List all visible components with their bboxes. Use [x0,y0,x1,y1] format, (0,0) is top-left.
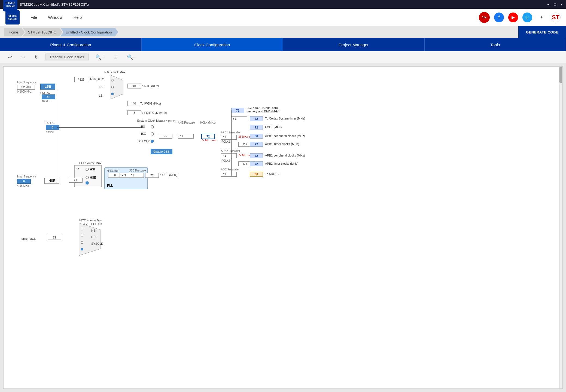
hclk-label: HCLK (MHz) [200,121,216,124]
lsi-value-box[interactable]: 40 [42,94,55,99]
pclk2-value: 72 [250,153,263,158]
cortex-div-select[interactable]: / 1 / 8 [231,116,247,121]
maximize-btn[interactable]: □ [554,2,556,7]
hse-vert-line [58,91,58,180]
resolve-clock-issues-button[interactable]: Resolve Clock Issues [45,53,89,61]
title-bar: STM32 CubeMX STM32CubeMX Untitled*: STM3… [0,0,566,9]
adc-prescaler-label: ADC Prescaler [221,168,239,171]
zoom-in-button[interactable]: 🔍+ [93,53,107,62]
scrollbar-right[interactable] [559,67,562,388]
pll-hse-label: HSE [90,176,96,179]
svg-point-7 [81,241,83,244]
breadcrumb-project[interactable]: Untitled - Clock Configuration [60,28,118,36]
hsi-mux-label: HSI [140,125,145,128]
hclk-vert-line [231,110,232,176]
usb-value: 72 [145,173,159,178]
flitf-to-mhz-label: To FLITFCLK (MHz) [140,111,167,114]
hclk-value-box[interactable]: 72 [201,134,215,139]
apb1-prescaler-select[interactable]: / 2 / 4 / 8 / 16 [221,135,237,140]
project-label: Untitled - Clock Configuration [66,30,112,34]
twitter-icon[interactable]: 🐦 [522,13,532,22]
svg-point-1 [111,79,114,81]
network-icon[interactable]: ✦ [537,13,546,22]
redo-button[interactable]: ↪ [19,53,28,62]
main-content: RTC Clock Mux / 128 HSE_RTC LSE LSI 40 T… [0,63,566,392]
generate-code-button[interactable]: GENERATE CODE [518,26,566,38]
minimize-btn[interactable]: − [547,2,549,7]
pllclk-radio[interactable] [151,140,154,143]
fclk-value: 72 [250,125,263,130]
zoom-out-button[interactable]: 🔍− [124,53,138,62]
tab-clock[interactable]: Clock Configuration [142,38,283,51]
apb2-prescaler-label: APB2 Prescaler [221,149,240,152]
apb2-prescaler-select[interactable]: / 1 / 2 / 4 [221,153,237,158]
hse-radio[interactable] [151,132,154,136]
usb-prescaler-select[interactable]: / 1 / 1.5 [129,173,144,178]
pllclk-mux-label: PLLCLK [139,140,150,143]
close-btn[interactable]: × [561,2,563,7]
usb-prescaler-label: USB Prescaler [129,169,147,172]
adc-prescaler-select[interactable]: / 2 / 4 / 6 / 8 [221,172,237,177]
pll-hsi-label: HSI [90,168,95,171]
device-label: STM32F103C8Tx [28,30,56,34]
window-controls[interactable]: − □ × [547,2,563,7]
toolbar: ↩ ↪ ↻ Resolve Clock Issues 🔍+ ⊡ 🔍− [0,51,566,63]
ahb-prescaler-label: AHB Prescaler [178,121,196,124]
input-freq1-box[interactable]: 32.768 [17,85,35,90]
facebook-icon[interactable]: f [494,13,504,22]
rtc-value-box[interactable]: 40 [127,84,141,88]
menu-file[interactable]: File [31,15,37,20]
tab-project-manager[interactable]: Project Manager [283,38,425,51]
refresh-button[interactable]: ↻ [32,53,41,62]
rtc-clock-mux-label: RTC Clock Mux [104,71,125,74]
hse-mux-label: HSE [140,132,146,135]
hsi-div2-label: / 2 [76,167,79,170]
ahb-prescaler-select[interactable]: / 1 / 2 / 4 [178,134,194,139]
svg-point-5 [81,228,83,230]
scrollbar-thumb[interactable] [559,67,562,83]
tab-clock-label: Clock Configuration [194,42,230,47]
pll-label: PLL [107,184,113,188]
enable-css-button[interactable]: Enable CSS [151,149,172,154]
lse-box[interactable]: LSE [40,84,55,90]
breadcrumb-device[interactable]: STM32F103C8Tx [23,28,63,36]
rtc-mux-triangle [110,75,123,99]
apb1-timer-desc: APB1 Timer clocks (MHz) [265,142,299,146]
lse-mux-label: LSE [99,85,105,88]
social-icons: 10♦ f ▶ 🐦 ✦ ST [479,12,561,23]
tab-project-manager-label: Project Manager [339,42,369,47]
menu-window[interactable]: Window [48,15,62,20]
iwdg-value-box[interactable]: 40 [127,101,141,106]
breadcrumb-home[interactable]: Home [4,28,25,36]
st-icon[interactable]: ST [551,13,561,22]
hclk-ahb-value: 72 [231,108,244,113]
app-logo: STM32 CubeMX [3,0,17,11]
pll-hsi-radio[interactable] [86,168,89,171]
cortex-value: 72 [250,116,263,121]
menu-help[interactable]: Help [74,15,82,20]
tab-pinout[interactable]: Pinout & Configuration [0,38,142,51]
hclk-ahb-desc1: HCLK to AHB bus, core, [247,106,279,109]
svg-point-2 [111,86,114,88]
hsi-line [57,127,141,128]
flitf-value-box[interactable]: 8 [127,110,141,115]
pll-hse-radio[interactable] [86,176,89,179]
undo-button[interactable]: ↩ [5,53,14,62]
tab-tools[interactable]: Tools [425,38,566,51]
apb1-prescaler-label: APB1 Prescaler [221,131,240,134]
menu-items: File Window Help [31,15,82,20]
mco-source-mux-label: MCO source Mux [79,219,103,222]
mco-hsi-label: HSI [91,229,96,232]
sysclk-value-box[interactable]: 72 [159,134,172,139]
mco-value-box: 72 [48,235,61,240]
input-freq2-box[interactable]: 8 [17,179,31,184]
hse-box[interactable]: HSE [44,178,59,184]
sysclk-ahb-line [172,137,178,137]
hsi-radio[interactable] [151,125,154,128]
fit-button[interactable]: ⊡ [111,53,120,62]
pll-div1-box: / 1 [69,178,83,183]
usb-to-mhz-label: To USB (MHz) [158,173,177,177]
pll-hse-selected-radio[interactable] [86,181,89,185]
youtube-icon[interactable]: ▶ [508,13,518,22]
anniversary-icon[interactable]: 10♦ [479,12,490,23]
